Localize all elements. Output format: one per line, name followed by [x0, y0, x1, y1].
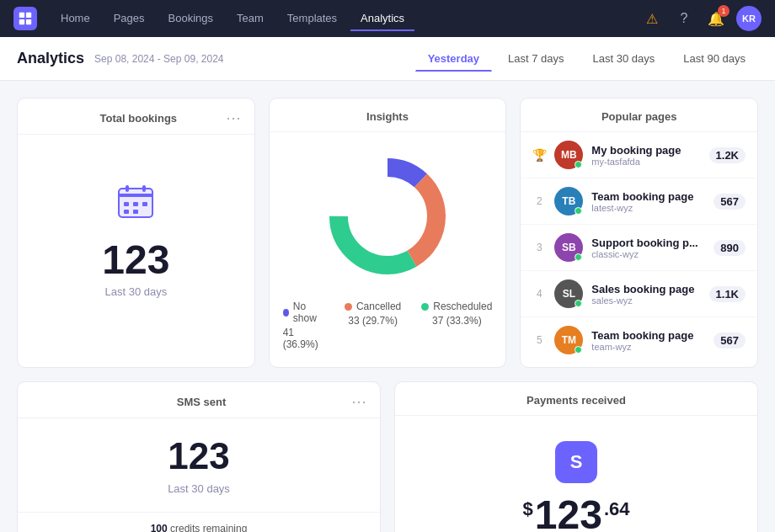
- svg-rect-5: [119, 194, 152, 197]
- date-filters: Yesterday Last 7 days Last 30 days Last …: [415, 46, 758, 72]
- payments-stripe-icon: S: [555, 441, 597, 483]
- nav-item-bookings[interactable]: Bookings: [158, 7, 223, 31]
- rank-2: 2: [532, 195, 546, 207]
- help-icon-button[interactable]: ?: [672, 7, 696, 30]
- user-avatar-button[interactable]: KR: [736, 6, 762, 31]
- popular-name-1: My booking page: [591, 144, 700, 157]
- rank-trophy-icon: 🏆: [532, 148, 546, 162]
- donut-chart: [320, 149, 455, 284]
- svg-rect-12: [133, 210, 138, 214]
- nav-items: Home Pages Bookings Team Templates Analy…: [51, 7, 637, 31]
- svg-rect-7: [142, 185, 146, 192]
- popular-info-5: Team booking page team-wyz: [591, 329, 705, 352]
- total-bookings-menu-button[interactable]: ⋯: [226, 110, 241, 125]
- sms-title: SMS sent: [51, 396, 351, 408]
- nav-logo: [13, 7, 37, 30]
- sms-credits-label: credits remaining: [170, 523, 247, 532]
- notification-icon-button[interactable]: 🔔 1: [704, 7, 728, 30]
- popular-pages-header: Popular pages: [521, 98, 757, 132]
- popular-slug-1: my-tasfafda: [591, 157, 700, 167]
- booking-calendar-icon: [115, 182, 156, 230]
- filter-last90days[interactable]: Last 90 days: [671, 46, 758, 72]
- online-dot-5: [575, 346, 582, 354]
- svg-rect-9: [133, 202, 138, 206]
- total-bookings-card: Total bookings ⋯: [17, 98, 255, 368]
- insights-body: No show 41 (36.9%) Cancelled 33 (29.7%): [270, 132, 506, 367]
- total-bookings-body: 123 Last 30 days: [18, 135, 254, 354]
- online-dot-4: [575, 300, 582, 307]
- popular-avatar-5: TM: [554, 326, 583, 354]
- total-bookings-sublabel: Last 30 days: [104, 285, 167, 298]
- payments-amount-cents: .64: [604, 498, 630, 520]
- popular-avatar-4: SL: [554, 279, 583, 308]
- bottom-row: SMS sent ⋯ 123 Last 30 days 100 credits …: [17, 381, 758, 532]
- nav-item-team[interactable]: Team: [227, 7, 274, 31]
- nav-item-home[interactable]: Home: [51, 7, 100, 31]
- popular-pages-body: 🏆 MB My booking page my-tasfafda 1.2K 2 …: [521, 132, 757, 363]
- sms-menu-button[interactable]: ⋯: [351, 394, 366, 409]
- popular-info-3: Support booking p... classic-wyz: [591, 237, 705, 259]
- popular-count-1: 1.2K: [709, 147, 746, 163]
- nav-right: ⚠ ? 🔔 1 KR: [640, 6, 762, 31]
- popular-count-4: 1.1K: [709, 286, 746, 302]
- cancelled-dot: [345, 303, 352, 311]
- legend-cancelled: Cancelled 33 (29.7%): [345, 301, 401, 350]
- notification-badge: 1: [718, 5, 730, 17]
- svg-point-16: [349, 178, 426, 255]
- popular-slug-3: classic-wyz: [591, 249, 705, 259]
- rank-3: 3: [532, 242, 546, 253]
- filter-last7days[interactable]: Last 7 days: [495, 46, 577, 72]
- popular-name-5: Team booking page: [591, 329, 705, 342]
- cancelled-label: Cancelled: [356, 301, 401, 312]
- page-title: Analytics: [17, 50, 84, 67]
- warning-icon-button[interactable]: ⚠: [640, 7, 664, 30]
- payments-header: Payments received: [395, 382, 757, 416]
- svg-rect-2: [19, 19, 24, 24]
- popular-row-3: 3 SB Support booking p... classic-wyz 89…: [521, 225, 757, 271]
- payments-body: S $ 123 .64 Last 30 days: [395, 416, 757, 532]
- nav-item-pages[interactable]: Pages: [104, 7, 155, 31]
- online-dot-1: [575, 161, 582, 168]
- rescheduled-count: 37 (33.3%): [432, 315, 482, 327]
- main-content: Total bookings ⋯: [0, 81, 775, 532]
- sms-count: 123: [168, 435, 229, 477]
- online-dot-2: [575, 207, 582, 215]
- sms-credits-count: 100: [151, 523, 168, 532]
- insights-title: Insights: [283, 110, 493, 123]
- online-dot-3: [575, 253, 582, 261]
- insights-header: Insights: [270, 98, 506, 132]
- nav-item-analytics[interactable]: Analytics: [350, 7, 414, 31]
- filter-yesterday[interactable]: Yesterday: [415, 46, 492, 72]
- svg-rect-3: [26, 19, 31, 24]
- legend-noshow: No show 41 (36.9%): [283, 301, 324, 350]
- top-row: Total bookings ⋯: [17, 98, 758, 368]
- rescheduled-dot: [421, 303, 429, 311]
- total-bookings-title: Total bookings: [51, 112, 226, 125]
- popular-row-5: 5 TM Team booking page team-wyz 567: [521, 317, 757, 363]
- popular-row-4: 4 SL Sales booking page sales-wyz 1.1K: [521, 271, 757, 317]
- popular-info-4: Sales booking page sales-wyz: [591, 283, 700, 306]
- sms-body: 123 Last 30 days: [18, 418, 380, 512]
- filter-last30days[interactable]: Last 30 days: [580, 46, 668, 72]
- svg-rect-1: [26, 13, 31, 18]
- noshow-count: 41 (36.9%): [283, 327, 324, 350]
- popular-count-3: 890: [714, 240, 746, 256]
- rank-4: 4: [532, 288, 546, 300]
- rescheduled-label: Rescheduled: [433, 301, 492, 312]
- payments-dollar-sign: $: [523, 498, 533, 520]
- popular-count-5: 567: [714, 332, 746, 348]
- nav-item-templates[interactable]: Templates: [277, 7, 347, 31]
- sms-footer: 100 credits remaining Purchase credits: [18, 512, 380, 532]
- popular-name-4: Sales booking page: [591, 283, 700, 295]
- popular-slug-4: sales-wyz: [591, 295, 700, 306]
- popular-row-2: 2 TB Team booking page latest-wyz 567: [521, 178, 757, 225]
- insights-card: Insights: [269, 98, 507, 368]
- payments-title: Payments received: [409, 394, 744, 407]
- payments-amount-main: 123: [535, 495, 602, 532]
- popular-row-1: 🏆 MB My booking page my-tasfafda 1.2K: [521, 132, 757, 178]
- popular-slug-5: team-wyz: [591, 342, 705, 352]
- insights-legend: No show 41 (36.9%) Cancelled 33 (29.7%): [283, 301, 493, 350]
- sms-sublabel: Last 30 days: [168, 482, 230, 495]
- popular-pages-card: Popular pages 🏆 MB My booking page my-ta…: [520, 98, 758, 368]
- date-range: Sep 08, 2024 - Sep 09, 2024: [94, 53, 223, 65]
